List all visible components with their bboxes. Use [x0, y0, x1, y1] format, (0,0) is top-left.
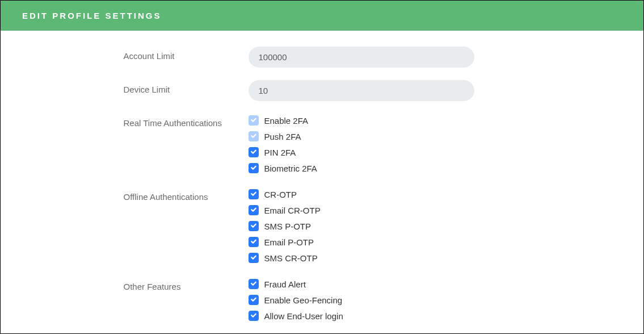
- checkbox-label: PIN 2FA: [264, 148, 296, 157]
- checkbox[interactable]: [249, 237, 259, 247]
- check-icon: [250, 189, 257, 199]
- checkbox-row: SMS CR-OTP: [249, 251, 521, 265]
- checkbox-label: Allow End-User login: [264, 311, 343, 321]
- check-icon: [250, 205, 257, 215]
- check-icon: [250, 295, 257, 305]
- checkbox-label: Biometric 2FA: [264, 164, 317, 173]
- checkbox-row: Allow End-User login: [249, 309, 521, 323]
- device-limit-value-wrap: [249, 80, 521, 101]
- checkbox-label: Enable Geo-Fencing: [264, 295, 343, 305]
- checkbox-label: SMS P-OTP: [264, 222, 312, 231]
- offline-auth-label: Offline Authentications: [124, 187, 249, 204]
- checkbox-label: Email CR-OTP: [264, 206, 321, 215]
- device-limit-input[interactable]: [249, 80, 474, 101]
- checkbox-row: Fraud Alert: [249, 277, 521, 291]
- checkbox-label: Push 2FA: [264, 132, 301, 141]
- checkbox-label: SMS CR-OTP: [264, 253, 318, 263]
- checkbox-label: CR-OTP: [264, 190, 297, 199]
- checkbox[interactable]: [249, 253, 259, 263]
- checkbox[interactable]: [249, 311, 259, 321]
- form-content: Account Limit Device Limit Real Time Aut…: [1, 31, 643, 334]
- page-header: EDIT PROFILE SETTINGS: [1, 1, 643, 31]
- checkbox[interactable]: [249, 279, 259, 289]
- checkbox-row: CR-OTP: [249, 187, 521, 201]
- offline-auth-group: CR-OTPEmail CR-OTPSMS P-OTPEmail P-OTPSM…: [249, 187, 521, 265]
- checkbox-row: Enable 2FA: [249, 114, 521, 127]
- checkbox-label: Email P-OTP: [264, 237, 314, 247]
- check-icon: [250, 163, 257, 173]
- checkbox: [249, 131, 259, 141]
- checkbox-row: Biometric 2FA: [249, 161, 521, 175]
- check-icon: [250, 279, 257, 289]
- checkbox-row: PIN 2FA: [249, 145, 521, 159]
- realtime-auth-group: Enable 2FAPush 2FAPIN 2FABiometric 2FA: [249, 114, 521, 175]
- check-icon: [250, 311, 257, 321]
- checkbox-row: Email CR-OTP: [249, 203, 521, 217]
- checkbox-row: Enable Geo-Fencing: [249, 293, 521, 307]
- account-limit-value-wrap: [249, 47, 521, 68]
- account-limit-input[interactable]: [249, 47, 474, 68]
- offline-auth-row: Offline Authentications CR-OTPEmail CR-O…: [124, 187, 521, 265]
- checkbox[interactable]: [249, 221, 259, 231]
- checkbox[interactable]: [249, 147, 259, 157]
- realtime-auth-row: Real Time Authentications Enable 2FAPush…: [124, 114, 521, 175]
- checkbox: [249, 115, 259, 126]
- checkbox[interactable]: [249, 163, 259, 173]
- realtime-auth-label: Real Time Authentications: [124, 114, 249, 130]
- check-icon: [250, 221, 257, 231]
- other-features-group: Fraud AlertEnable Geo-FencingAllow End-U…: [249, 277, 521, 323]
- check-icon: [250, 115, 257, 126]
- check-icon: [250, 147, 257, 157]
- checkbox[interactable]: [249, 205, 259, 215]
- other-features-label: Other Features: [124, 277, 249, 294]
- checkbox-label: Enable 2FA: [264, 116, 309, 126]
- check-icon: [250, 237, 257, 247]
- device-limit-label: Device Limit: [124, 80, 249, 97]
- check-icon: [250, 131, 257, 141]
- check-icon: [250, 253, 257, 263]
- account-limit-row: Account Limit: [124, 47, 521, 68]
- checkbox-row: SMS P-OTP: [249, 219, 521, 233]
- other-features-row: Other Features Fraud AlertEnable Geo-Fen…: [124, 277, 521, 323]
- checkbox-label: Fraud Alert: [264, 279, 306, 289]
- account-limit-label: Account Limit: [124, 47, 249, 63]
- checkbox-row: Push 2FA: [249, 130, 521, 143]
- device-limit-row: Device Limit: [124, 80, 521, 101]
- page-title: EDIT PROFILE SETTINGS: [22, 11, 162, 20]
- checkbox-row: Email P-OTP: [249, 235, 521, 249]
- checkbox[interactable]: [249, 189, 259, 199]
- checkbox[interactable]: [249, 295, 259, 305]
